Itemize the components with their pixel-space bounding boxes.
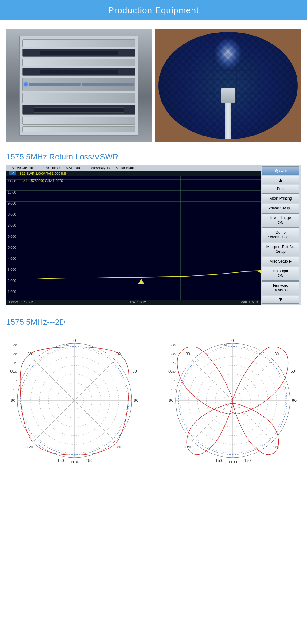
y-axis-label: 4.000 xyxy=(8,257,16,260)
y-axis-label: 5.000 xyxy=(8,246,16,249)
rack-unit-display3 xyxy=(22,105,136,115)
section1-title: 1575.5MHz Return Loss/VSWR xyxy=(0,148,307,165)
svg-text:-60: -60 xyxy=(168,369,173,374)
svg-text:-35: -35 xyxy=(13,343,17,347)
analyzer-mode-label: S11 SWR 1.000/ Ref 1.000 [M] xyxy=(20,172,66,175)
svg-text:-30: -30 xyxy=(26,352,32,356)
svg-text:-40: -40 xyxy=(64,343,69,347)
rack-unit-4 xyxy=(22,93,136,103)
page-header: Production Equipment xyxy=(0,0,307,20)
center-freq-label: Center 1.575 GHz xyxy=(9,301,34,304)
topbar-item-2[interactable]: 2 Response xyxy=(41,166,60,170)
svg-text:-15: -15 xyxy=(13,379,17,382)
svg-text:-15: -15 xyxy=(171,379,176,382)
analyzer-plot: (function() { const yLabels = ['11.00','… xyxy=(6,176,261,300)
svg-text:-30: -30 xyxy=(171,352,176,356)
marker-arrow-right xyxy=(258,270,261,273)
svg-text:0: 0 xyxy=(73,338,76,343)
svg-text:-40: -40 xyxy=(223,343,227,347)
svg-text:-10: -10 xyxy=(171,387,176,391)
printer-setup-button[interactable]: Printer Setup... xyxy=(262,204,299,213)
backlight-button[interactable]: BacklightON xyxy=(262,267,299,281)
polar-charts-row: 0 ±180 90 90 -30 -30 -120 120 -5 -10 -15… xyxy=(0,336,307,465)
topbar-item-5[interactable]: 5 Instr State xyxy=(116,166,134,170)
antenna-pole xyxy=(225,102,231,139)
svg-text:±180: ±180 xyxy=(228,460,237,464)
ifbw-label: IFBW 70 kHz xyxy=(128,301,146,304)
rack-unit-6 xyxy=(22,126,136,132)
print-button[interactable]: Print xyxy=(262,185,299,194)
page-title: Production Equipment xyxy=(0,6,307,15)
analyzer-sidebar: System ▲ Print Abort Printing Printer Se… xyxy=(261,165,301,305)
rack-unit-5 xyxy=(22,117,136,124)
analyzer-bottom-bar: Center 1.575 GHz IFBW 70 kHz Span 50 MHz xyxy=(6,300,261,305)
svg-text:-10: -10 xyxy=(13,387,17,391)
section2-title: 1575.5MHz---2D xyxy=(0,311,307,330)
svg-text:150: 150 xyxy=(244,458,251,463)
y-axis-label: 2.000 xyxy=(8,279,16,282)
polar-chart-left-svg: 0 ±180 90 90 -30 -30 -120 120 -5 -10 -15… xyxy=(10,336,139,465)
y-axis-label: 11.00 xyxy=(8,179,16,183)
svg-text:-35: -35 xyxy=(171,343,176,347)
y-axis-label: 6.000 xyxy=(8,235,16,238)
rack-unit-display2 xyxy=(22,68,136,76)
svg-text:90: 90 xyxy=(292,398,297,403)
svg-text:60: 60 xyxy=(290,369,295,374)
y-axis-label: 3.000 xyxy=(8,268,16,271)
svg-text:-5: -5 xyxy=(173,396,175,400)
svg-text:90: 90 xyxy=(134,398,138,403)
svg-text:0: 0 xyxy=(231,338,234,343)
rack-unit-3 xyxy=(22,78,136,91)
invert-image-button[interactable]: Invert ImageON xyxy=(262,213,299,227)
trace-line xyxy=(22,271,261,279)
svg-text:-25: -25 xyxy=(13,361,17,365)
analyzer-main: 1 Active Ch/Trace 2 Response 3 Stimulus … xyxy=(6,165,261,305)
svg-text:-25: -25 xyxy=(171,361,176,365)
y-axis-label: 7.000 xyxy=(8,224,16,227)
chamber-image xyxy=(155,29,301,142)
analyzer-topbar: 1 Active Ch/Trace 2 Response 3 Stimulus … xyxy=(6,165,261,171)
antenna-head xyxy=(221,88,235,103)
multiport-test-button[interactable]: Multiport Test SetSetup xyxy=(262,243,299,256)
polar-chart-right: 0 ±180 90 90 -30 -30 -120 120 -5 -10 -15… xyxy=(168,336,297,465)
polar-chart-left: 0 ±180 90 90 -30 -30 -120 120 -5 -10 -15… xyxy=(10,336,139,465)
dump-screen-button[interactable]: DumpScreen Image... xyxy=(262,228,299,242)
svg-text:150: 150 xyxy=(86,458,92,463)
equipment-images-section xyxy=(0,20,307,148)
misc-setup-button[interactable]: Misc Setup ▶ xyxy=(262,257,299,266)
y-axis-label: 9.000 xyxy=(8,201,16,205)
svg-text:-150: -150 xyxy=(214,458,222,463)
y-axis-label: 8.000 xyxy=(8,213,16,216)
svg-text:-30: -30 xyxy=(115,352,121,356)
nav-down-button[interactable]: ▼ xyxy=(262,296,299,304)
polar-chart-right-svg: 0 ±180 90 90 -30 -30 -120 120 -5 -10 -15… xyxy=(168,336,297,465)
svg-text:120: 120 xyxy=(115,445,121,449)
y-axis-label: 10.00 xyxy=(8,190,16,194)
active-ch-label: Tr1 xyxy=(9,171,16,175)
topbar-item-1[interactable]: 1 Active Ch/Trace xyxy=(9,166,35,170)
svg-text:-5: -5 xyxy=(15,396,17,400)
svg-text:-30: -30 xyxy=(273,352,279,356)
svg-text:60: 60 xyxy=(132,369,137,374)
topbar-item-4[interactable]: 4 Mkr/Analysis xyxy=(87,166,110,170)
y-axis-label: 1.000 xyxy=(8,290,16,293)
grid-h-line xyxy=(6,290,261,290)
abort-printing-button[interactable]: Abort Printing xyxy=(262,194,299,203)
svg-text:-120: -120 xyxy=(25,445,33,449)
svg-text:-60: -60 xyxy=(10,369,14,374)
rack-unit-1 xyxy=(22,39,136,47)
marker-triangle xyxy=(138,279,144,284)
svg-text:-30: -30 xyxy=(185,352,190,356)
svg-text:120: 120 xyxy=(273,445,279,449)
rack-image xyxy=(6,29,152,142)
system-button[interactable]: System xyxy=(262,166,299,175)
span-label: Span 50 MHz xyxy=(239,301,258,304)
topbar-item-3[interactable]: 3 Stimulus xyxy=(66,166,81,170)
analyzer-subbar: Tr1 S11 SWR 1.000/ Ref 1.000 [M] xyxy=(6,171,261,176)
analyzer-container: 1 Active Ch/Trace 2 Response 3 Stimulus … xyxy=(6,165,301,305)
nav-up-button[interactable]: ▲ xyxy=(262,176,299,184)
svg-text:±180: ±180 xyxy=(70,460,79,464)
firmware-revision-button[interactable]: FirmwareRevision xyxy=(262,281,299,295)
analyzer-trace-svg xyxy=(22,179,261,290)
svg-text:-30: -30 xyxy=(13,352,17,356)
